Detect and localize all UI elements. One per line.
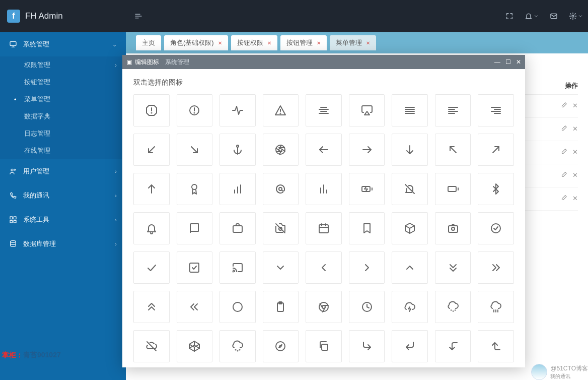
delete-icon[interactable]: ✕ — [572, 102, 578, 110]
fullscreen-icon[interactable] — [505, 12, 513, 20]
chevrons-down-icon[interactable] — [435, 251, 471, 284]
camera-off-icon[interactable] — [263, 212, 299, 244]
submenu-item-log[interactable]: 日志管理 — [0, 125, 126, 142]
cloud-drizzle-icon[interactable] — [435, 291, 471, 323]
briefcase-icon[interactable] — [219, 212, 256, 244]
edit-icon[interactable] — [560, 148, 567, 157]
chrome-icon[interactable] — [306, 291, 342, 323]
close-icon[interactable]: ✕ — [317, 40, 321, 46]
tab-4[interactable]: 菜单管理✕ — [330, 35, 376, 50]
aperture-icon[interactable] — [263, 134, 299, 166]
bell-icon[interactable] — [525, 12, 539, 20]
airplay-icon[interactable] — [349, 94, 385, 126]
edit-icon[interactable] — [560, 195, 567, 203]
at-sign-icon[interactable] — [263, 173, 299, 205]
anchor-icon[interactable] — [219, 134, 256, 166]
cloud-rain-icon[interactable] — [478, 291, 514, 323]
chevrons-up-icon[interactable] — [133, 291, 170, 323]
submenu-item-button[interactable]: 按钮管理 — [0, 74, 126, 91]
cast-icon[interactable] — [219, 251, 256, 284]
corner-left-down-icon[interactable] — [435, 330, 471, 362]
clock-icon[interactable] — [349, 291, 385, 323]
tab-3[interactable]: 按钮管理✕ — [280, 35, 327, 50]
arrow-up-left-icon[interactable] — [435, 134, 471, 166]
cloud-snow-icon[interactable] — [219, 330, 256, 362]
codepen-icon[interactable] — [177, 330, 213, 362]
modal-titlebar[interactable]: ▣ 编辑图标 系统管理 — ☐ ✕ — [122, 55, 525, 69]
submenu-item-permission[interactable]: 权限管理› — [0, 56, 126, 74]
chevron-right-icon[interactable] — [349, 251, 385, 284]
compass-icon[interactable] — [263, 330, 299, 362]
tab-0[interactable]: 主页 — [136, 35, 161, 50]
chevron-down-icon[interactable] — [263, 251, 299, 284]
maximize-button[interactable]: ☐ — [505, 58, 511, 66]
corner-left-up-icon[interactable] — [478, 330, 514, 362]
sidebar-item-system[interactable]: 系统管理 ⌄ — [0, 32, 126, 56]
edit-icon[interactable] — [560, 171, 567, 180]
arrow-down-left-icon[interactable] — [133, 134, 170, 166]
bar-chart-2-icon[interactable] — [306, 173, 342, 205]
arrow-up-right-icon[interactable] — [478, 134, 514, 166]
arrow-up-icon[interactable] — [133, 173, 170, 205]
arrow-right-icon[interactable] — [349, 134, 385, 166]
chevron-up-icon[interactable] — [392, 251, 428, 284]
brand[interactable]: f FH Admin — [0, 0, 126, 32]
corner-down-right-icon[interactable] — [349, 330, 385, 362]
battery-icon[interactable] — [435, 173, 471, 205]
alert-circle-icon[interactable] — [177, 94, 213, 126]
tab-1[interactable]: 角色(基础权限)✕ — [164, 35, 228, 50]
bookmark-icon[interactable] — [349, 212, 385, 244]
bell-off-icon[interactable] — [392, 173, 428, 205]
sidebar-item-comm[interactable]: 我的通讯 › — [0, 183, 126, 208]
calendar-icon[interactable] — [306, 212, 342, 244]
close-icon[interactable]: ✕ — [267, 40, 271, 46]
delete-icon[interactable]: ✕ — [572, 171, 578, 180]
align-center-icon[interactable] — [306, 94, 342, 126]
chevron-left-icon[interactable] — [306, 251, 342, 284]
book-icon[interactable] — [177, 212, 213, 244]
bell-icon[interactable] — [133, 212, 170, 244]
gear-icon[interactable] — [569, 12, 583, 20]
check-circle-icon[interactable] — [478, 212, 514, 244]
align-right-icon[interactable] — [478, 94, 514, 126]
edit-icon[interactable] — [560, 102, 567, 110]
close-icon[interactable]: ✕ — [366, 40, 370, 46]
modal-body[interactable]: 双击选择的图标 — [122, 69, 525, 367]
clipboard-icon[interactable] — [263, 291, 299, 323]
tab-2[interactable]: 按钮权限✕ — [231, 35, 277, 50]
camera-icon[interactable] — [435, 212, 471, 244]
copy-icon[interactable] — [306, 330, 342, 362]
bar-chart-icon[interactable] — [219, 173, 256, 205]
bluetooth-icon[interactable] — [478, 173, 514, 205]
delete-icon[interactable]: ✕ — [572, 195, 578, 203]
delete-icon[interactable]: ✕ — [572, 125, 578, 134]
award-icon[interactable] — [177, 173, 213, 205]
check-icon[interactable] — [133, 251, 170, 284]
alert-octagon-icon[interactable] — [133, 94, 170, 126]
check-square-icon[interactable] — [177, 251, 213, 284]
arrow-down-icon[interactable] — [392, 134, 428, 166]
alert-triangle-icon[interactable] — [263, 94, 299, 126]
edit-icon[interactable] — [560, 125, 567, 134]
arrow-left-icon[interactable] — [306, 134, 342, 166]
mail-icon[interactable] — [550, 12, 558, 20]
chevrons-right-icon[interactable] — [478, 251, 514, 284]
activity-icon[interactable] — [219, 94, 256, 126]
submenu-item-dict[interactable]: 数据字典 — [0, 108, 126, 125]
chevrons-left-icon[interactable] — [177, 291, 213, 323]
circle-icon[interactable] — [219, 291, 256, 323]
battery-charging-icon[interactable] — [349, 173, 385, 205]
arrow-down-right-icon[interactable] — [177, 134, 213, 166]
cloud-lightning-icon[interactable] — [392, 291, 428, 323]
align-left-icon[interactable] — [435, 94, 471, 126]
delete-icon[interactable]: ✕ — [572, 148, 578, 157]
close-button[interactable]: ✕ — [516, 58, 521, 66]
corner-down-left-icon[interactable] — [392, 330, 428, 362]
menu-toggle-icon[interactable] — [126, 0, 151, 32]
close-icon[interactable]: ✕ — [218, 40, 222, 46]
minimize-button[interactable]: — — [494, 58, 500, 66]
cloud-off-icon[interactable] — [133, 330, 170, 362]
align-justify-icon[interactable] — [392, 94, 428, 126]
sidebar-item-db[interactable]: 数据库管理 › — [0, 232, 126, 256]
box-icon[interactable] — [392, 212, 428, 244]
